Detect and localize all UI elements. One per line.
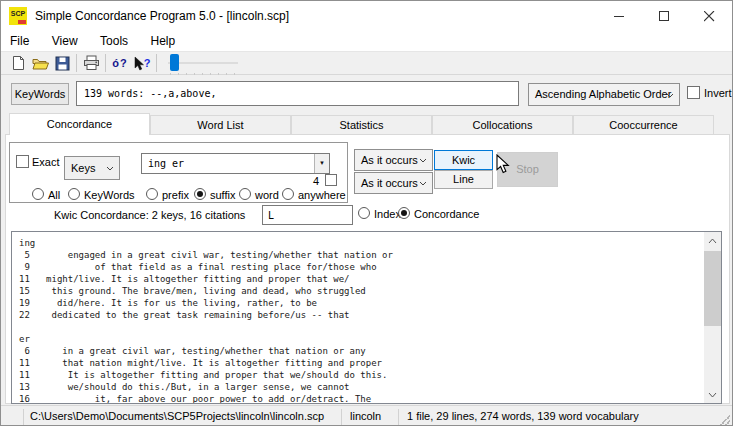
context-help-button[interactable]: ? (131, 53, 153, 73)
chevron-down-icon (666, 93, 674, 98)
menu-view[interactable]: View (43, 31, 87, 51)
app-window: SCP Simple Concordance Program 5.0 - [li… (0, 0, 733, 426)
mouse-cursor-icon (496, 154, 511, 174)
new-document-icon (11, 55, 26, 71)
concordance-output-area[interactable]: ing 5 engaged in a great civil war, test… (11, 231, 722, 404)
tab-cooccurrence[interactable]: Cooccurrence (573, 115, 714, 135)
match-word-radio[interactable] (239, 188, 251, 200)
sort-primary-select[interactable]: As it occurs (354, 149, 433, 171)
maximize-icon (659, 11, 670, 22)
new-document-button[interactable] (7, 53, 29, 73)
title-bar: SCP Simple Concordance Program 5.0 - [li… (1, 1, 732, 31)
tab-concordance[interactable]: Concordance (9, 113, 150, 135)
scroll-up-button[interactable] (704, 232, 721, 249)
tab-word-list[interactable]: Word List (150, 115, 291, 135)
print-button[interactable] (80, 53, 102, 73)
open-folder-icon (32, 56, 49, 71)
chevron-down-icon (708, 392, 717, 398)
pattern-dropdown-button[interactable]: ▼ (314, 154, 329, 173)
keywords-bar: KeyWords Ascending Alphabetic Order Inve… (1, 75, 732, 113)
minimize-icon (614, 11, 625, 22)
about-icon: ó? (112, 57, 127, 69)
keywords-button[interactable]: KeyWords (11, 83, 69, 105)
menu-tools[interactable]: Tools (91, 31, 137, 51)
window-title: Simple Concordance Program 5.0 - [lincol… (35, 1, 289, 31)
help-arrow-icon (134, 56, 144, 71)
app-icon-text: SCP (11, 10, 25, 17)
result-summary: Kwic Concordance: 2 keys, 16 citations (54, 209, 245, 221)
scope-all-radio[interactable] (32, 188, 44, 200)
help-question-icon: ? (144, 57, 151, 69)
context-checkbox[interactable] (325, 174, 337, 186)
toolbar-separator (156, 54, 157, 72)
invert-checkbox[interactable] (687, 86, 700, 99)
resize-grip[interactable] (720, 415, 730, 425)
chevron-down-icon (419, 181, 427, 186)
match-suffix-radio[interactable] (194, 188, 206, 200)
line-button[interactable]: Line (434, 170, 493, 189)
chevron-down-icon (106, 166, 114, 171)
context-size-label: 4 (313, 175, 319, 187)
match-suffix-label: suffix (210, 189, 235, 201)
open-project-button[interactable] (29, 53, 51, 73)
close-button[interactable] (687, 1, 732, 31)
chevron-down-icon (419, 158, 427, 163)
pattern-combobox: ▼ (141, 153, 330, 174)
scope-keywords-label: KeyWords (84, 189, 135, 201)
menu-file[interactable]: File (1, 31, 38, 51)
match-prefix-label: prefix (162, 189, 189, 201)
sort-primary-value: As it occurs (361, 150, 418, 171)
status-info: 1 file, 29 lines, 274 words, 139 word vo… (407, 406, 639, 426)
save-floppy-icon (55, 56, 70, 71)
menu-help[interactable]: Help (142, 31, 185, 51)
match-prefix-radio[interactable] (146, 188, 158, 200)
chevron-up-icon (708, 238, 717, 244)
status-separator (23, 409, 24, 425)
status-project: lincoln (350, 406, 381, 426)
sort-order-select[interactable]: Ascending Alphabetic Order (528, 83, 680, 106)
tab-collocations[interactable]: Collocations (432, 115, 573, 135)
toolbar-separator (76, 54, 77, 72)
concordance-pane: Exact Keys ▼ 4 All KeyWords prefix suffi… (5, 134, 730, 404)
minimize-button[interactable] (597, 1, 642, 31)
toolbar: ó? ? (1, 51, 732, 75)
search-groupbox: Exact Keys ▼ 4 All KeyWords prefix suffi… (9, 142, 348, 203)
view-concordance-radio[interactable] (398, 207, 410, 219)
scope-all-label: All (48, 189, 60, 201)
scrollbar-thumb[interactable] (704, 251, 721, 326)
kwic-button[interactable]: Kwic (434, 150, 493, 170)
status-separator (341, 409, 342, 425)
scroll-down-button[interactable] (704, 386, 721, 403)
view-index-label: Index (374, 208, 401, 220)
match-anywhere-label: anywhere (298, 189, 346, 201)
match-anywhere-radio[interactable] (282, 188, 294, 200)
view-index-radio[interactable] (358, 207, 370, 219)
sort-secondary-value: As it occurs (361, 173, 418, 194)
about-button[interactable]: ó? (109, 53, 131, 73)
close-icon (704, 11, 715, 22)
scope-keywords-radio[interactable] (68, 188, 80, 200)
goto-input[interactable] (262, 205, 353, 225)
save-button[interactable] (51, 53, 73, 73)
slider-thumb[interactable] (170, 54, 179, 71)
status-separator (398, 409, 399, 425)
keys-select-value: Keys (71, 157, 95, 179)
exact-label: Exact (32, 156, 60, 168)
tab-strip: Concordance Word List Statistics Colloca… (1, 113, 732, 134)
exact-checkbox[interactable] (16, 155, 29, 168)
printer-icon (83, 55, 100, 71)
vertical-scrollbar[interactable] (704, 232, 721, 403)
context-size-slider[interactable] (168, 54, 238, 72)
concordance-text[interactable]: ing 5 engaged in a great civil war, test… (12, 232, 704, 403)
app-icon[interactable]: SCP (9, 7, 27, 25)
tab-statistics[interactable]: Statistics (291, 115, 432, 135)
status-bar: C:\Users\Demo\Documents\SCP5Projects\lin… (1, 405, 732, 426)
keywords-list-field[interactable] (76, 81, 519, 106)
maximize-button[interactable] (642, 1, 687, 31)
invert-label: Invert (704, 87, 732, 99)
pattern-input[interactable] (142, 154, 315, 173)
sort-secondary-select[interactable]: As it occurs (354, 172, 433, 194)
sort-order-value: Ascending Alphabetic Order (535, 84, 671, 105)
menu-bar: File View Tools Help (1, 31, 732, 51)
keys-select[interactable]: Keys (64, 156, 120, 180)
